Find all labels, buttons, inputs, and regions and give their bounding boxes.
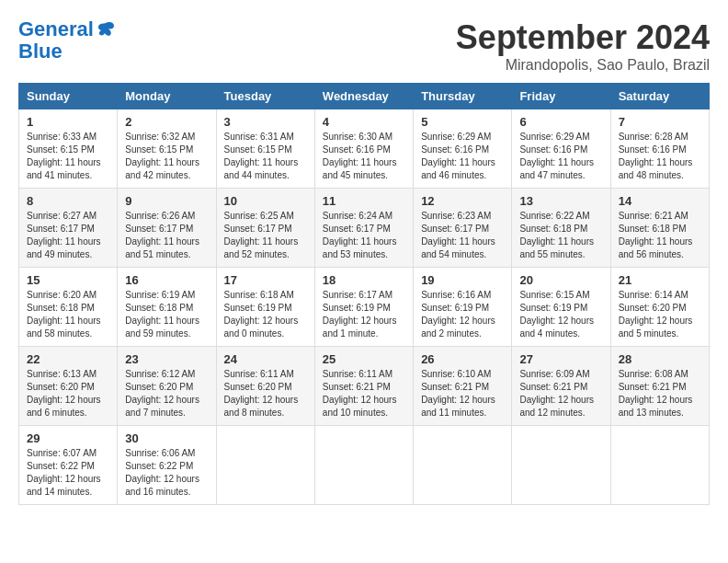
- calendar-week-row: 22 Sunrise: 6:13 AM Sunset: 6:20 PM Dayl…: [19, 347, 710, 426]
- calendar-cell: [314, 426, 413, 505]
- day-info: Sunrise: 6:19 AM Sunset: 6:18 PM Dayligh…: [125, 289, 208, 340]
- calendar-week-row: 1 Sunrise: 6:33 AM Sunset: 6:15 PM Dayli…: [19, 109, 710, 189]
- day-info: Sunrise: 6:14 AM Sunset: 6:20 PM Dayligh…: [619, 289, 701, 340]
- calendar-cell: [512, 426, 610, 505]
- weekday-header-wednesday: Wednesday: [314, 84, 413, 109]
- day-info: Sunrise: 6:08 AM Sunset: 6:21 PM Dayligh…: [619, 368, 701, 419]
- day-info: Sunrise: 6:13 AM Sunset: 6:20 PM Dayligh…: [27, 368, 109, 419]
- weekday-header-friday: Friday: [512, 84, 610, 109]
- day-number: 1: [27, 115, 109, 129]
- day-number: 14: [619, 194, 701, 208]
- calendar-cell: 4 Sunrise: 6:30 AM Sunset: 6:16 PM Dayli…: [314, 109, 413, 189]
- calendar-cell: 7 Sunrise: 6:28 AM Sunset: 6:16 PM Dayli…: [610, 109, 709, 189]
- logo-text: General: [18, 18, 94, 40]
- day-info: Sunrise: 6:10 AM Sunset: 6:21 PM Dayligh…: [421, 368, 504, 419]
- weekday-header-tuesday: Tuesday: [216, 84, 314, 109]
- day-info: Sunrise: 6:17 AM Sunset: 6:19 PM Dayligh…: [323, 289, 405, 340]
- calendar-cell: [216, 426, 314, 505]
- day-info: Sunrise: 6:07 AM Sunset: 6:22 PM Dayligh…: [27, 447, 109, 499]
- weekday-header-saturday: Saturday: [610, 84, 709, 109]
- weekday-header-row: SundayMondayTuesdayWednesdayThursdayFrid…: [19, 84, 710, 109]
- day-info: Sunrise: 6:09 AM Sunset: 6:21 PM Dayligh…: [519, 368, 602, 419]
- day-number: 19: [421, 273, 504, 287]
- day-info: Sunrise: 6:33 AM Sunset: 6:15 PM Dayligh…: [27, 131, 109, 182]
- day-number: 16: [125, 273, 208, 287]
- day-info: Sunrise: 6:24 AM Sunset: 6:17 PM Dayligh…: [323, 210, 405, 261]
- day-info: Sunrise: 6:12 AM Sunset: 6:20 PM Dayligh…: [125, 368, 208, 419]
- calendar-title-area: September 2024 Mirandopolis, Sao Paulo, …: [456, 18, 710, 74]
- day-number: 23: [125, 352, 208, 366]
- day-info: Sunrise: 6:29 AM Sunset: 6:16 PM Dayligh…: [519, 131, 602, 182]
- calendar-cell: 10 Sunrise: 6:25 AM Sunset: 6:17 PM Dayl…: [216, 189, 314, 268]
- day-number: 3: [224, 115, 307, 129]
- day-number: 21: [619, 273, 701, 287]
- day-number: 15: [27, 273, 109, 287]
- calendar-week-row: 29 Sunrise: 6:07 AM Sunset: 6:22 PM Dayl…: [19, 426, 710, 505]
- calendar-cell: 29 Sunrise: 6:07 AM Sunset: 6:22 PM Dayl…: [19, 426, 118, 505]
- location-subtitle: Mirandopolis, Sao Paulo, Brazil: [456, 57, 710, 74]
- calendar-cell: [610, 426, 709, 505]
- calendar-cell: 19 Sunrise: 6:16 AM Sunset: 6:19 PM Dayl…: [414, 268, 512, 347]
- calendar-cell: 20 Sunrise: 6:15 AM Sunset: 6:19 PM Dayl…: [512, 268, 610, 347]
- day-number: 2: [125, 115, 208, 129]
- calendar-cell: 9 Sunrise: 6:26 AM Sunset: 6:17 PM Dayli…: [118, 189, 216, 268]
- calendar-cell: 11 Sunrise: 6:24 AM Sunset: 6:17 PM Dayl…: [314, 189, 413, 268]
- day-number: 8: [27, 194, 109, 208]
- day-number: 11: [323, 194, 405, 208]
- day-info: Sunrise: 6:23 AM Sunset: 6:17 PM Dayligh…: [421, 210, 504, 261]
- day-number: 29: [27, 431, 109, 445]
- day-number: 27: [519, 352, 602, 366]
- day-info: Sunrise: 6:11 AM Sunset: 6:21 PM Dayligh…: [323, 368, 405, 419]
- day-info: Sunrise: 6:20 AM Sunset: 6:18 PM Dayligh…: [27, 289, 109, 340]
- calendar-cell: 8 Sunrise: 6:27 AM Sunset: 6:17 PM Dayli…: [19, 189, 118, 268]
- calendar-cell: 23 Sunrise: 6:12 AM Sunset: 6:20 PM Dayl…: [118, 347, 216, 426]
- calendar-week-row: 8 Sunrise: 6:27 AM Sunset: 6:17 PM Dayli…: [19, 189, 710, 268]
- day-number: 22: [27, 352, 109, 366]
- calendar-cell: 17 Sunrise: 6:18 AM Sunset: 6:19 PM Dayl…: [216, 268, 314, 347]
- day-number: 17: [224, 273, 307, 287]
- day-number: 26: [421, 352, 504, 366]
- day-info: Sunrise: 6:29 AM Sunset: 6:16 PM Dayligh…: [421, 131, 504, 182]
- calendar-cell: 13 Sunrise: 6:22 AM Sunset: 6:18 PM Dayl…: [512, 189, 610, 268]
- day-info: Sunrise: 6:15 AM Sunset: 6:19 PM Dayligh…: [519, 289, 602, 340]
- calendar-cell: [414, 426, 512, 505]
- calendar-cell: 16 Sunrise: 6:19 AM Sunset: 6:18 PM Dayl…: [118, 268, 216, 347]
- day-number: 12: [421, 194, 504, 208]
- day-info: Sunrise: 6:28 AM Sunset: 6:16 PM Dayligh…: [619, 131, 701, 182]
- calendar-cell: 22 Sunrise: 6:13 AM Sunset: 6:20 PM Dayl…: [19, 347, 118, 426]
- day-number: 18: [323, 273, 405, 287]
- day-info: Sunrise: 6:31 AM Sunset: 6:15 PM Dayligh…: [224, 131, 307, 182]
- calendar-cell: 25 Sunrise: 6:11 AM Sunset: 6:21 PM Dayl…: [314, 347, 413, 426]
- day-info: Sunrise: 6:32 AM Sunset: 6:15 PM Dayligh…: [125, 131, 208, 182]
- calendar-cell: 12 Sunrise: 6:23 AM Sunset: 6:17 PM Dayl…: [414, 189, 512, 268]
- day-number: 30: [125, 431, 208, 445]
- calendar-cell: 24 Sunrise: 6:11 AM Sunset: 6:20 PM Dayl…: [216, 347, 314, 426]
- page-header: General Blue September 2024 Mirandopolis…: [18, 18, 710, 74]
- calendar-header: SundayMondayTuesdayWednesdayThursdayFrid…: [19, 84, 710, 109]
- calendar-cell: 5 Sunrise: 6:29 AM Sunset: 6:16 PM Dayli…: [414, 109, 512, 189]
- calendar-cell: 15 Sunrise: 6:20 AM Sunset: 6:18 PM Dayl…: [19, 268, 118, 347]
- day-number: 5: [421, 115, 504, 129]
- day-info: Sunrise: 6:30 AM Sunset: 6:16 PM Dayligh…: [323, 131, 405, 182]
- day-number: 7: [619, 115, 701, 129]
- day-number: 10: [224, 194, 307, 208]
- calendar-body: 1 Sunrise: 6:33 AM Sunset: 6:15 PM Dayli…: [19, 109, 710, 505]
- day-info: Sunrise: 6:25 AM Sunset: 6:17 PM Dayligh…: [224, 210, 307, 261]
- day-info: Sunrise: 6:22 AM Sunset: 6:18 PM Dayligh…: [519, 210, 602, 261]
- day-number: 25: [323, 352, 405, 366]
- day-number: 20: [519, 273, 602, 287]
- calendar-cell: 6 Sunrise: 6:29 AM Sunset: 6:16 PM Dayli…: [512, 109, 610, 189]
- day-number: 9: [125, 194, 208, 208]
- weekday-header-sunday: Sunday: [19, 84, 118, 109]
- bird-icon: [96, 19, 116, 40]
- weekday-header-thursday: Thursday: [414, 84, 512, 109]
- calendar-cell: 28 Sunrise: 6:08 AM Sunset: 6:21 PM Dayl…: [610, 347, 709, 426]
- month-title: September 2024: [456, 18, 710, 57]
- day-number: 13: [519, 194, 602, 208]
- day-info: Sunrise: 6:18 AM Sunset: 6:19 PM Dayligh…: [224, 289, 307, 340]
- day-info: Sunrise: 6:27 AM Sunset: 6:17 PM Dayligh…: [27, 210, 109, 261]
- calendar-cell: 14 Sunrise: 6:21 AM Sunset: 6:18 PM Dayl…: [610, 189, 709, 268]
- day-info: Sunrise: 6:11 AM Sunset: 6:20 PM Dayligh…: [224, 368, 307, 419]
- day-number: 6: [519, 115, 602, 129]
- day-info: Sunrise: 6:21 AM Sunset: 6:18 PM Dayligh…: [619, 210, 701, 261]
